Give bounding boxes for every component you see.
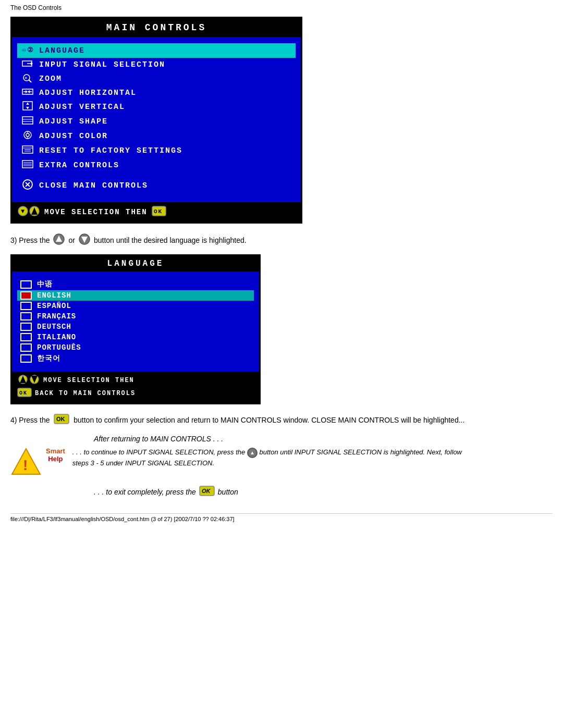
page-footer: file:///D|/Rita/LF3/lf3manual/english/OS… bbox=[10, 513, 553, 522]
svg-text:OK: OK bbox=[56, 416, 65, 422]
ok-exit-button: OK bbox=[199, 486, 215, 498]
smart-help-content: . . . to continue to INPUT SIGNAL SELECT… bbox=[72, 447, 480, 469]
ok-button-inline: OK bbox=[54, 414, 69, 427]
chinese-icon bbox=[20, 280, 32, 289]
extra-label: EXTRA CONTROLS bbox=[39, 161, 119, 170]
french-icon bbox=[20, 312, 32, 320]
warning-icon: ! bbox=[10, 447, 42, 477]
smart-text: Smart bbox=[46, 447, 65, 455]
reset-label: RESET TO FACTORY SETTINGS bbox=[39, 146, 182, 155]
svg-line-5 bbox=[29, 80, 32, 82]
menu-item-zoom[interactable]: + ZOOM bbox=[17, 71, 296, 86]
german-label: DEUTSCH bbox=[37, 323, 71, 331]
lang-footer-text1: MOVE SELECTION THEN bbox=[43, 377, 134, 384]
lang-nav-icons bbox=[17, 374, 40, 387]
spanish-icon bbox=[20, 302, 32, 310]
lang-item-korean[interactable]: 한국어 bbox=[17, 353, 254, 364]
language-icon: ♾② bbox=[20, 45, 35, 56]
menu-item-horizontal[interactable]: ADJUST HORIZONTAL bbox=[17, 86, 296, 100]
up-arrow-button bbox=[53, 233, 65, 247]
language-body: 中语 ENGLISH ESPAÑOL FRANÇAIS DEUTSCH ITAL… bbox=[12, 272, 259, 372]
lang-item-spanish[interactable]: ESPAÑOL bbox=[17, 301, 254, 311]
language-panel: LANGUAGE 中语 ENGLISH ESPAÑOL FRANÇAIS DEU… bbox=[10, 254, 261, 404]
french-label: FRANÇAIS bbox=[37, 312, 76, 320]
svg-text:OK: OK bbox=[19, 390, 28, 396]
after-returning-text: After returning to MAIN CONTROLS . . . bbox=[94, 435, 553, 443]
down-arrow-button bbox=[78, 233, 91, 247]
vertical-icon bbox=[20, 101, 35, 113]
lang-item-chinese[interactable]: 中语 bbox=[17, 279, 254, 290]
input-icon bbox=[20, 59, 35, 70]
close-main-controls[interactable]: CLOSE MAIN CONTROLS bbox=[17, 176, 296, 196]
color-label: ADJUST COLOR bbox=[39, 132, 108, 141]
menu-item-input[interactable]: INPUT SIGNAL SELECTION bbox=[17, 58, 296, 71]
horizontal-label: ADJUST HORIZONTAL bbox=[39, 89, 137, 97]
menu-item-language[interactable]: ♾② LANGUAGE bbox=[17, 43, 296, 58]
main-controls-body: ♾② LANGUAGE INPUT SIGNAL SELECTION + ZOO… bbox=[12, 37, 301, 202]
menu-item-color[interactable]: ADJUST COLOR bbox=[17, 129, 296, 143]
svg-text:+: + bbox=[25, 76, 28, 81]
zoom-icon: + bbox=[20, 73, 35, 84]
input-label: INPUT SIGNAL SELECTION bbox=[39, 60, 165, 69]
korean-icon bbox=[20, 354, 32, 363]
italian-label: ITALIANO bbox=[37, 333, 76, 341]
svg-rect-17 bbox=[22, 117, 33, 124]
shape-label: ADJUST SHAPE bbox=[39, 117, 108, 126]
menu-item-shape[interactable]: ADJUST SHAPE bbox=[17, 114, 296, 129]
close-icon bbox=[20, 179, 35, 193]
language-header: LANGUAGE bbox=[12, 256, 259, 272]
extra-icon bbox=[20, 159, 35, 171]
main-controls-header: MAIN CONTROLS bbox=[12, 18, 301, 37]
lang-item-french[interactable]: FRANÇAIS bbox=[17, 311, 254, 322]
german-icon bbox=[20, 323, 32, 331]
instruction-4: 4) Press the OK button to confirm your s… bbox=[10, 414, 480, 427]
instruction-3: 3) Press the or button until the desired… bbox=[10, 233, 553, 247]
lang-item-english[interactable]: ENGLISH bbox=[17, 290, 254, 301]
svg-text:OK: OK bbox=[154, 208, 163, 215]
menu-item-reset[interactable]: RESET TO FACTORY SETTINGS bbox=[17, 143, 296, 158]
main-controls-panel: MAIN CONTROLS ♾② LANGUAGE INPUT SIGNAL S… bbox=[10, 17, 302, 224]
reset-icon bbox=[20, 145, 35, 156]
svg-point-21 bbox=[26, 133, 29, 137]
vertical-label: ADJUST VERTICAL bbox=[39, 103, 125, 112]
lang-footer-text2: BACK TO MAIN CONTROLS bbox=[35, 390, 136, 397]
page-title: The OSD Controls bbox=[10, 4, 553, 11]
color-icon bbox=[20, 130, 35, 142]
svg-marker-14 bbox=[26, 103, 29, 105]
svg-marker-11 bbox=[28, 90, 30, 93]
italian-icon bbox=[20, 333, 32, 341]
svg-text:OK: OK bbox=[202, 488, 211, 494]
portuguese-label: PORTUGUÊS bbox=[37, 343, 81, 352]
svg-text:♾②: ♾② bbox=[22, 46, 33, 54]
korean-label: 한국어 bbox=[37, 354, 60, 363]
menu-item-extra[interactable]: EXTRA CONTROLS bbox=[17, 158, 296, 172]
lang-item-italian[interactable]: ITALIANO bbox=[17, 332, 254, 342]
lang-ok-icon: OK bbox=[17, 388, 32, 399]
menu-item-vertical[interactable]: ADJUST VERTICAL bbox=[17, 100, 296, 114]
ok-button: OK bbox=[152, 206, 166, 218]
nav-icons: ▼ bbox=[17, 205, 40, 219]
english-icon bbox=[20, 291, 32, 300]
close-label: CLOSE MAIN CONTROLS bbox=[39, 181, 148, 190]
footer-text: MOVE SELECTION THEN bbox=[44, 208, 148, 216]
language-label: LANGUAGE bbox=[39, 46, 85, 55]
smart-help-section: ! Smart Help . . . to continue to INPUT … bbox=[10, 447, 480, 477]
chinese-label: 中语 bbox=[37, 280, 53, 289]
spanish-label: ESPAÑOL bbox=[37, 302, 71, 310]
language-footer: MOVE SELECTION THEN OK BACK TO MAIN CONT… bbox=[12, 372, 259, 403]
main-controls-footer: ▼ MOVE SELECTION THEN OK bbox=[12, 202, 301, 222]
english-label: ENGLISH bbox=[37, 291, 71, 300]
svg-text:▼: ▼ bbox=[21, 208, 26, 215]
smart-help-label: Smart Help bbox=[46, 447, 65, 463]
svg-marker-9 bbox=[26, 90, 28, 93]
up-arrow-inline: ▲ bbox=[247, 448, 258, 458]
lang-item-portuguese[interactable]: PORTUGUÊS bbox=[17, 342, 254, 353]
help-text: Help bbox=[48, 455, 63, 463]
zoom-label: ZOOM bbox=[39, 75, 62, 83]
portuguese-icon bbox=[20, 343, 32, 352]
svg-marker-16 bbox=[26, 107, 29, 109]
shape-icon bbox=[20, 116, 35, 127]
exit-para: . . . to exit completely, press the OK b… bbox=[94, 486, 553, 498]
lang-item-german[interactable]: DEUTSCH bbox=[17, 322, 254, 332]
svg-text:!: ! bbox=[23, 457, 28, 473]
